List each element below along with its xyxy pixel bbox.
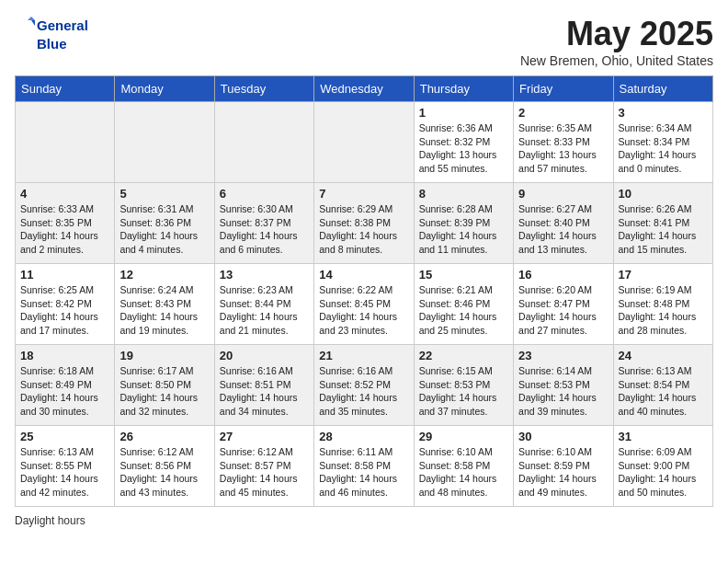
day-info: Sunrise: 6:28 AMSunset: 8:39 PMDaylight:… — [419, 202, 508, 257]
footer-note: Daylight hours — [15, 514, 713, 527]
day-number: 27 — [220, 430, 309, 443]
calendar-day-cell: 14Sunrise: 6:22 AMSunset: 8:45 PMDayligh… — [314, 264, 414, 345]
day-number: 31 — [619, 430, 708, 443]
day-number: 28 — [319, 430, 408, 443]
day-info: Sunrise: 6:12 AMSunset: 8:56 PMDaylight:… — [119, 445, 209, 500]
day-info: Sunrise: 6:23 AMSunset: 8:44 PMDaylight:… — [220, 283, 309, 338]
day-number: 14 — [319, 268, 408, 282]
day-info: Sunrise: 6:24 AMSunset: 8:43 PMDaylight:… — [119, 283, 209, 338]
day-number: 15 — [419, 268, 508, 282]
day-info: Sunrise: 6:15 AMSunset: 8:53 PMDaylight:… — [419, 364, 508, 419]
day-number: 9 — [518, 187, 608, 201]
day-number: 29 — [419, 430, 508, 443]
svg-marker-1 — [31, 20, 35, 26]
calendar-day-cell: 9Sunrise: 6:27 AMSunset: 8:40 PMDaylight… — [514, 183, 613, 264]
day-info: Sunrise: 6:27 AMSunset: 8:40 PMDaylight:… — [518, 202, 608, 257]
calendar-day-cell — [115, 102, 214, 183]
calendar-week-row: 25Sunrise: 6:13 AMSunset: 8:55 PMDayligh… — [16, 426, 713, 507]
calendar-day-cell: 31Sunrise: 6:09 AMSunset: 9:00 PMDayligh… — [613, 426, 712, 507]
day-number: 20 — [220, 349, 309, 362]
calendar-week-row: 1Sunrise: 6:36 AMSunset: 8:32 PMDaylight… — [16, 102, 713, 183]
calendar-day-cell: 11Sunrise: 6:25 AMSunset: 8:42 PMDayligh… — [16, 264, 115, 345]
day-info: Sunrise: 6:13 AMSunset: 8:55 PMDaylight:… — [20, 445, 109, 500]
dow-header: Sunday — [16, 76, 115, 102]
calendar-day-cell: 15Sunrise: 6:21 AMSunset: 8:46 PMDayligh… — [414, 264, 513, 345]
day-number: 23 — [518, 349, 608, 362]
day-info: Sunrise: 6:36 AMSunset: 8:32 PMDaylight:… — [419, 121, 508, 176]
day-number: 13 — [220, 268, 309, 282]
calendar-day-cell: 25Sunrise: 6:13 AMSunset: 8:55 PMDayligh… — [16, 426, 115, 507]
day-info: Sunrise: 6:13 AMSunset: 8:54 PMDaylight:… — [619, 364, 708, 419]
logo-general: General — [37, 18, 88, 34]
dow-header: Tuesday — [214, 76, 313, 102]
calendar-day-cell: 5Sunrise: 6:31 AMSunset: 8:36 PMDaylight… — [115, 183, 214, 264]
day-number: 22 — [419, 349, 508, 362]
calendar-day-cell: 4Sunrise: 6:33 AMSunset: 8:35 PMDaylight… — [16, 183, 115, 264]
day-info: Sunrise: 6:16 AMSunset: 8:51 PMDaylight:… — [220, 364, 309, 419]
dow-header: Monday — [115, 76, 214, 102]
calendar-day-cell: 19Sunrise: 6:17 AMSunset: 8:50 PMDayligh… — [115, 345, 214, 426]
calendar-day-cell: 23Sunrise: 6:14 AMSunset: 8:53 PMDayligh… — [514, 345, 613, 426]
calendar-day-cell: 8Sunrise: 6:28 AMSunset: 8:39 PMDaylight… — [414, 183, 513, 264]
calendar-day-cell: 22Sunrise: 6:15 AMSunset: 8:53 PMDayligh… — [414, 345, 513, 426]
dow-header: Thursday — [414, 76, 513, 102]
day-info: Sunrise: 6:35 AMSunset: 8:33 PMDaylight:… — [518, 121, 608, 176]
day-info: Sunrise: 6:21 AMSunset: 8:46 PMDaylight:… — [419, 283, 508, 338]
day-info: Sunrise: 6:20 AMSunset: 8:47 PMDaylight:… — [518, 283, 608, 338]
day-info: Sunrise: 6:10 AMSunset: 8:59 PMDaylight:… — [518, 445, 608, 500]
calendar-week-row: 11Sunrise: 6:25 AMSunset: 8:42 PMDayligh… — [16, 264, 713, 345]
calendar-day-cell: 29Sunrise: 6:10 AMSunset: 8:58 PMDayligh… — [414, 426, 513, 507]
calendar-day-cell: 7Sunrise: 6:29 AMSunset: 8:38 PMDaylight… — [314, 183, 414, 264]
day-info: Sunrise: 6:34 AMSunset: 8:34 PMDaylight:… — [619, 121, 708, 176]
calendar-day-cell — [214, 102, 313, 183]
day-number: 3 — [619, 106, 708, 120]
calendar-day-cell: 10Sunrise: 6:26 AMSunset: 8:41 PMDayligh… — [613, 183, 712, 264]
calendar-day-cell: 6Sunrise: 6:30 AMSunset: 8:37 PMDaylight… — [214, 183, 313, 264]
calendar-day-cell: 20Sunrise: 6:16 AMSunset: 8:51 PMDayligh… — [214, 345, 313, 426]
title-block: May 2025 New Bremen, Ohio, United States — [520, 15, 713, 68]
dow-header: Wednesday — [314, 76, 414, 102]
calendar-table: SundayMondayTuesdayWednesdayThursdayFrid… — [15, 75, 713, 507]
calendar-day-cell: 27Sunrise: 6:12 AMSunset: 8:57 PMDayligh… — [214, 426, 313, 507]
day-number: 18 — [20, 349, 109, 362]
logo-blue: Blue — [15, 37, 67, 52]
calendar-week-row: 18Sunrise: 6:18 AMSunset: 8:49 PMDayligh… — [16, 345, 713, 426]
calendar-day-cell: 13Sunrise: 6:23 AMSunset: 8:44 PMDayligh… — [214, 264, 313, 345]
calendar-day-cell: 16Sunrise: 6:20 AMSunset: 8:47 PMDayligh… — [514, 264, 613, 345]
daylight-label: Daylight hours — [15, 514, 85, 527]
calendar-day-cell: 28Sunrise: 6:11 AMSunset: 8:58 PMDayligh… — [314, 426, 414, 507]
day-info: Sunrise: 6:25 AMSunset: 8:42 PMDaylight:… — [20, 283, 109, 338]
day-info: Sunrise: 6:17 AMSunset: 8:50 PMDaylight:… — [119, 364, 209, 419]
day-number: 1 — [419, 106, 508, 120]
day-number: 5 — [119, 187, 209, 201]
day-number: 19 — [119, 349, 209, 362]
day-number: 12 — [119, 268, 209, 282]
month-title: May 2025 — [520, 15, 713, 53]
dow-header: Saturday — [613, 76, 712, 102]
day-number: 30 — [518, 430, 608, 443]
calendar-day-cell: 30Sunrise: 6:10 AMSunset: 8:59 PMDayligh… — [514, 426, 613, 507]
calendar-day-cell: 26Sunrise: 6:12 AMSunset: 8:56 PMDayligh… — [115, 426, 214, 507]
day-info: Sunrise: 6:19 AMSunset: 8:48 PMDaylight:… — [619, 283, 708, 338]
day-number: 6 — [220, 187, 309, 201]
day-number: 4 — [20, 187, 109, 201]
calendar-day-cell: 17Sunrise: 6:19 AMSunset: 8:48 PMDayligh… — [613, 264, 712, 345]
day-number: 17 — [619, 268, 708, 282]
day-number: 2 — [518, 106, 608, 120]
day-number: 25 — [20, 430, 109, 443]
calendar-day-cell: 1Sunrise: 6:36 AMSunset: 8:32 PMDaylight… — [414, 102, 513, 183]
calendar-day-cell: 2Sunrise: 6:35 AMSunset: 8:33 PMDaylight… — [514, 102, 613, 183]
calendar-week-row: 4Sunrise: 6:33 AMSunset: 8:35 PMDaylight… — [16, 183, 713, 264]
day-number: 21 — [319, 349, 408, 362]
day-info: Sunrise: 6:10 AMSunset: 8:58 PMDaylight:… — [419, 445, 508, 500]
day-number: 24 — [619, 349, 708, 362]
day-info: Sunrise: 6:11 AMSunset: 8:58 PMDaylight:… — [319, 445, 408, 500]
calendar-day-cell: 3Sunrise: 6:34 AMSunset: 8:34 PMDaylight… — [613, 102, 712, 183]
calendar-day-cell — [16, 102, 115, 183]
logo: General Blue — [15, 15, 88, 52]
day-number: 10 — [619, 187, 708, 201]
day-info: Sunrise: 6:16 AMSunset: 8:52 PMDaylight:… — [319, 364, 408, 419]
day-info: Sunrise: 6:12 AMSunset: 8:57 PMDaylight:… — [220, 445, 309, 500]
dow-header: Friday — [514, 76, 613, 102]
calendar-day-cell: 24Sunrise: 6:13 AMSunset: 8:54 PMDayligh… — [613, 345, 712, 426]
